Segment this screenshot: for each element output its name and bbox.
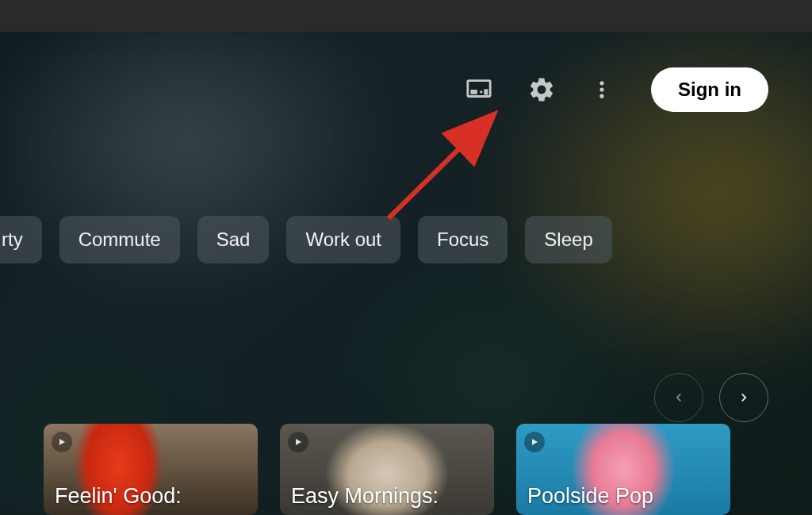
play-icon — [524, 432, 545, 452]
header-actions: Sign in — [459, 32, 812, 112]
svg-point-6 — [599, 94, 603, 98]
svg-rect-3 — [484, 89, 488, 94]
chip-sleep[interactable]: Sleep — [525, 216, 611, 263]
app-container: Sign in rty Commute Sad Work out Focus S… — [0, 32, 812, 515]
carousel-nav — [654, 373, 768, 422]
card-title: Easy Mornings: — [291, 484, 439, 509]
browser-top-bar — [0, 0, 812, 32]
chip-focus[interactable]: Focus — [418, 216, 508, 263]
card-title: Poolside Pop — [527, 484, 653, 509]
svg-rect-1 — [470, 90, 477, 94]
svg-marker-8 — [296, 439, 301, 445]
more-icon[interactable] — [584, 72, 619, 107]
chip-sad[interactable]: Sad — [197, 216, 270, 263]
carousel-prev-button[interactable] — [654, 373, 703, 422]
card-title: Feelin' Good: — [55, 484, 182, 509]
playlist-cards: Feelin' Good: Easy Mornings: Poolside Po… — [44, 424, 812, 515]
svg-point-5 — [599, 87, 603, 91]
cast-icon[interactable] — [459, 70, 499, 110]
play-icon — [288, 432, 308, 452]
playlist-card[interactable]: Feelin' Good: — [44, 424, 258, 515]
svg-point-2 — [480, 90, 482, 93]
playlist-card[interactable]: Poolside Pop — [516, 424, 730, 515]
sign-in-button[interactable]: Sign in — [651, 67, 768, 112]
carousel-next-button[interactable] — [719, 373, 768, 422]
svg-marker-9 — [532, 439, 538, 445]
chip-commute[interactable]: Commute — [59, 216, 180, 263]
mood-chip-row: rty Commute Sad Work out Focus Sleep — [0, 216, 812, 263]
playlist-card[interactable]: Easy Mornings: — [280, 424, 494, 515]
play-icon — [52, 432, 72, 452]
chip-workout[interactable]: Work out — [286, 216, 400, 263]
chip-party[interactable]: rty — [0, 216, 42, 263]
svg-marker-7 — [59, 439, 65, 445]
gear-icon[interactable] — [521, 69, 562, 110]
svg-point-4 — [599, 81, 603, 85]
